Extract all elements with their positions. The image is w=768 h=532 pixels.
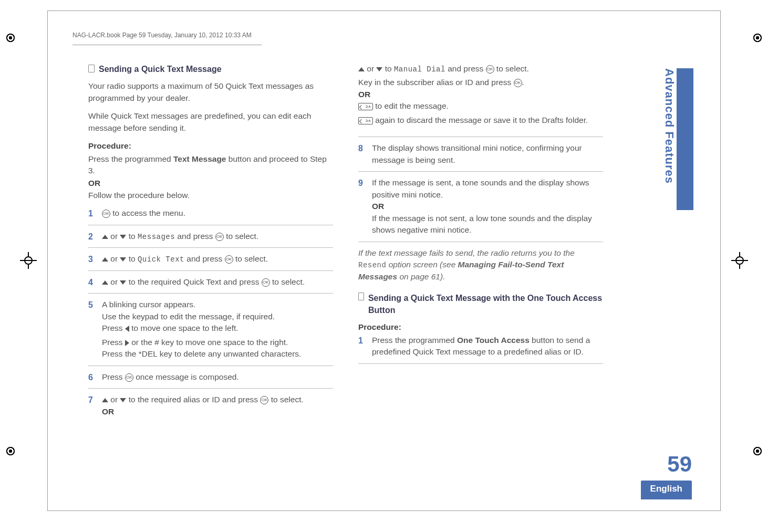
step-number: 5 xyxy=(88,299,93,311)
step-item: 8 The display shows transitional mini no… xyxy=(358,142,603,172)
up-arrow-icon xyxy=(102,235,108,239)
crop-header: NAG-LACR.book Page 59 Tuesday, January 1… xyxy=(72,32,252,39)
section-title-text: Sending a Quick Text Message xyxy=(99,63,222,75)
step-item: 9 If the message is sent, a tone sounds … xyxy=(358,177,603,242)
ok-button-icon: OK xyxy=(102,210,110,218)
procedure-intro: Follow the procedure below. xyxy=(88,190,333,201)
step-item: 2 or to Messages and press OK to select. xyxy=(88,231,333,248)
back-button-icon: ᴐᴀ xyxy=(358,103,373,110)
step-number: 7 xyxy=(88,394,93,406)
step-number: 1 xyxy=(358,335,363,347)
or-label: OR xyxy=(88,178,333,189)
up-arrow-icon xyxy=(102,257,108,262)
step-number: 6 xyxy=(88,371,93,383)
registration-mark-icon xyxy=(20,252,37,269)
step-number: 2 xyxy=(88,231,93,243)
section-title: Sending a Quick Text Message xyxy=(88,63,333,75)
down-arrow-icon xyxy=(376,67,382,71)
down-arrow-icon xyxy=(120,398,126,402)
step-item: 6 Press OK once message is composed. xyxy=(88,371,333,389)
procedure-intro: Press the programmed Text Message button… xyxy=(88,153,333,177)
or-label: OR xyxy=(358,89,603,100)
ok-button-icon: OK xyxy=(125,373,133,382)
right-column: or to Manual Dial and press OK to select… xyxy=(358,63,603,428)
right-arrow-icon xyxy=(125,340,129,346)
step-number: 8 xyxy=(358,142,363,154)
down-arrow-icon xyxy=(120,257,126,262)
registration-mark-icon xyxy=(731,252,748,269)
down-arrow-icon xyxy=(120,280,126,285)
header-rule xyxy=(72,45,262,45)
down-arrow-icon xyxy=(120,235,126,239)
up-arrow-icon xyxy=(358,67,365,71)
ok-button-icon: OK xyxy=(262,278,270,287)
step-item: 1 Press the programmed One Touch Access … xyxy=(358,335,603,364)
step-item: 5 A blinking cursor appears. Use the key… xyxy=(88,299,333,366)
procedure-label: Procedure: xyxy=(88,140,333,152)
step-number: 9 xyxy=(358,177,363,189)
or-label: OR xyxy=(372,201,603,212)
step-number: 4 xyxy=(88,276,93,288)
page-number: 59 xyxy=(667,452,692,477)
step-number: 3 xyxy=(88,253,93,265)
crop-mark-icon xyxy=(3,30,18,45)
step-item: 3 or to Quick Text and press OK to selec… xyxy=(88,253,333,270)
document-icon xyxy=(358,293,364,300)
or-label: OR xyxy=(102,406,333,418)
intro-paragraph: While Quick Text messages are predefined… xyxy=(88,110,333,134)
left-arrow-icon xyxy=(125,326,129,332)
procedure-label: Procedure: xyxy=(358,321,603,333)
up-arrow-icon xyxy=(102,398,108,402)
ok-button-icon: OK xyxy=(215,233,224,241)
step-number: 1 xyxy=(88,207,93,220)
chapter-tab xyxy=(677,68,693,210)
left-column: Sending a Quick Text Message Your radio … xyxy=(88,63,333,428)
step-item: 7 or to the required alias or ID and pre… xyxy=(88,394,333,423)
crop-mark-icon xyxy=(750,444,765,458)
ok-button-icon: OK xyxy=(486,65,494,74)
ok-button-icon: OK xyxy=(260,396,268,404)
crop-mark-icon xyxy=(3,444,18,458)
section-title: Sending a Quick Text Message with the On… xyxy=(358,292,603,316)
step-item: 1 OK to access the menu. xyxy=(88,207,333,225)
up-arrow-icon xyxy=(102,280,108,285)
chapter-title: Advanced Features xyxy=(660,68,676,184)
document-icon xyxy=(88,65,95,72)
intro-paragraph: Your radio supports a maximum of 50 Quic… xyxy=(88,80,333,104)
back-button-icon: ᴐᴀ xyxy=(358,117,373,124)
crop-mark-icon xyxy=(750,30,765,45)
page-content: Sending a Quick Text Message Your radio … xyxy=(88,63,603,428)
ok-button-icon: OK xyxy=(225,255,233,264)
section-title-text: Sending a Quick Text Message with the On… xyxy=(368,292,603,316)
note-text: If the text message fails to send, the r… xyxy=(358,247,603,283)
step-continuation: or to Manual Dial and press OK to select… xyxy=(358,63,603,131)
step-item: 4 or to the required Quick Text and pres… xyxy=(88,276,333,294)
ok-button-icon: OK xyxy=(514,79,522,87)
language-tab: English xyxy=(641,481,692,499)
